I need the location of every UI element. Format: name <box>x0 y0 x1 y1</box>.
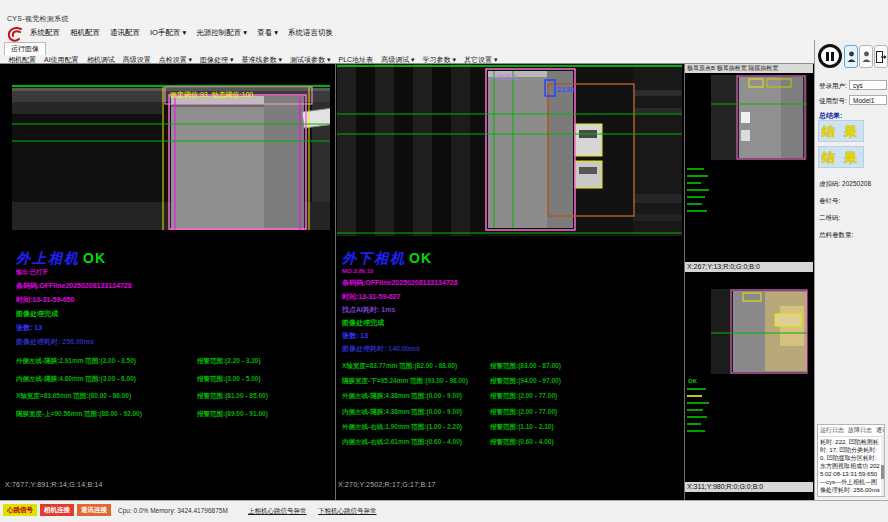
app-window: CYS-视觉检测系统 系统配置 相机配置 通讯配置 IO手配置 ▾ 光源控制配置… <box>0 0 888 522</box>
main-view-area: 固定阈值:93, 动态阈值:100 外上相机OK 输出:已打开 条码码:OFFl… <box>0 64 814 500</box>
measure-value-overlay: 23.80 <box>557 86 575 93</box>
user-icon <box>847 51 856 63</box>
left-timestamp: 时间:13-31-59-650 <box>16 295 346 305</box>
thumbnail-image <box>711 75 807 160</box>
right-top-header-tabs[interactable]: 极耳原点B 极耳抽检宽 隔膜抽检宽 <box>685 64 813 73</box>
measurement-row: 内侧左线-隔膜:4.60mm 范围:(3.00 - 6.00)报警范围:(3.0… <box>16 375 346 384</box>
log-tab-comm[interactable]: 通讯日志 <box>876 426 885 435</box>
result-badge-upper: 结 果 <box>818 120 864 142</box>
alarm-range: 报警范围:(0.60 - 4.00) <box>490 438 554 447</box>
user-switch-button[interactable] <box>859 45 873 68</box>
menu-language-switch[interactable]: 系统语言切换 <box>288 28 333 38</box>
alarm-range: 报警范围:(94.00 - 97.00) <box>490 377 561 386</box>
menu-io-config[interactable]: IO手配置 ▾ <box>150 28 186 38</box>
mid-timestamp: 时间:13-31-59-627 <box>342 292 672 302</box>
alarm-range: 报警范围:(83.00 - 87.00) <box>490 362 561 371</box>
control-sidebar: 登录用户: cys 使用型号: Model1 总结果: 结 果 结 果 虚拟码:… <box>814 40 888 500</box>
left-pixel-coords: X:7677;Y:891;R:14;G:14;B:14 <box>5 481 103 488</box>
qr-code-label: 二维码: <box>819 214 840 223</box>
upper-camera-warning: 上相机心跳信号异常 <box>248 507 307 516</box>
menu-camera-config[interactable]: 相机配置 <box>70 28 100 38</box>
heartbeat-status-badge: 心跳信号 <box>3 504 37 516</box>
login-user-label: 登录用户: <box>819 82 847 91</box>
alarm-range: 报警范围:(81.00 - 85.00) <box>197 392 268 401</box>
tab-run-image[interactable]: 运行图像 <box>4 42 46 55</box>
log-scrollbar[interactable] <box>881 435 884 497</box>
threshold-overlay-label: 固定阈值:93, 动态阈值:100 <box>170 91 253 99</box>
mid-pixel-coords: X:270;Y:2502;R:17;G:17;B:17 <box>338 481 436 488</box>
left-camera-result-ok: OK <box>83 250 106 266</box>
mid-barcode: 条码码:OFFline20250208133134728 <box>342 278 672 288</box>
left-output-state: 输出:已打开 <box>16 268 346 277</box>
measurement-row: 隔膜宽度-下=95.24mm 范围:(93.00 - 98.00)报警范围:(9… <box>342 377 672 386</box>
alarm-range: 报警范围:(2.00 - 77.00) <box>490 408 557 417</box>
measurement-row: X轴宽度=83.77mm 范围:(82.00 - 88.00)报警范围:(83.… <box>342 362 672 371</box>
menu-comm-config[interactable]: 通讯配置 <box>110 28 140 38</box>
app-logo-icon <box>6 26 24 43</box>
measurement-row: X轴宽度=83.05mm 范围:(80.00 - 86.00)报警范围:(81.… <box>16 392 346 401</box>
left-camera-image[interactable]: 固定阈值:93, 动态阈值:100 <box>12 84 330 230</box>
mid-ai-time: 找点AI耗时: 1ms <box>342 305 672 315</box>
exit-button[interactable] <box>874 45 888 68</box>
result-badge-lower: 结 果 <box>818 146 864 168</box>
menu-view[interactable]: 查看 ▾ <box>257 28 278 38</box>
measurement-row: 外侧左线-右线:1.90mm 范围:(1.00 - 2.20)报警范围:(1.1… <box>342 423 672 432</box>
status-bar: 心跳信号 相机连接 通讯连接 Cpu: 0.0% Memory: 3424.41… <box>0 500 888 522</box>
mid-frame-count: 张数: 13 <box>342 331 672 341</box>
product-region <box>171 96 304 230</box>
user-login-button[interactable] <box>844 45 858 68</box>
needle-number-label: 卷针号: <box>819 197 840 206</box>
lower-camera-warning: 下相机心跳信号异常 <box>318 507 377 516</box>
menu-light-config[interactable]: 光源控制配置 ▾ <box>196 28 247 38</box>
thumbnail-image <box>711 289 807 374</box>
mid-camera-title: 外下相机OK <box>342 250 672 268</box>
login-user-field[interactable]: cys <box>849 80 887 90</box>
left-camera-result-block: 外上相机OK 输出:已打开 条码码:OFFline202502081331347… <box>16 250 346 419</box>
left-barcode: 条码码:OFFline20250208133134728 <box>16 281 346 291</box>
alarm-range: 报警范围:(3.00 - 5.00) <box>197 375 261 384</box>
product-region <box>488 71 573 228</box>
menu-bar: 系统配置 相机配置 通讯配置 IO手配置 ▾ 光源控制配置 ▾ 查看 ▾ 系统语… <box>30 28 333 38</box>
model-field[interactable]: Model1 <box>849 95 887 105</box>
exit-door-icon <box>876 51 887 63</box>
window-title: CYS-视觉检测系统 <box>7 14 69 24</box>
pause-button[interactable] <box>818 44 842 68</box>
mid-process-time: 图像处理耗时: 140.00ms <box>342 344 672 354</box>
left-process-time: 图像处理耗时: 256.00ms <box>16 337 346 347</box>
measurement-row: 外侧左线-隔膜:2.91mm 范围:(2.00 - 3.50)报警范围:(2.2… <box>16 357 346 366</box>
window-chrome: CYS-视觉检测系统 系统配置 相机配置 通讯配置 IO手配置 ▾ 光源控制配置… <box>0 0 888 64</box>
measurement-row: 隔膜宽度-上=90.56mm 范围:(88.00 - 92.00)报警范围:(8… <box>16 410 346 419</box>
model-label: 使用型号: <box>819 97 847 106</box>
ai-detect-box-label: AI检测框 <box>492 73 518 81</box>
left-camera-title: 外上相机OK <box>16 250 346 268</box>
mid-output-state: MO:2,IN:10 <box>342 268 672 274</box>
log-tab-run[interactable]: 运行日志 <box>820 426 844 435</box>
measurement-row: 内侧左线-隔膜:4.38mm 范围:(0.00 - 9.00)报警范围:(2.0… <box>342 408 672 417</box>
camera-connect-status-badge: 相机连接 <box>40 504 74 516</box>
log-text: 耗时: 222, 凹陷检测耗时: 17, 凹陷分类耗时: 0, 凹陷提取分区耗时… <box>818 437 884 495</box>
comm-connect-status-badge: 通讯连接 <box>77 504 111 516</box>
alarm-range: 报警范围:(2.20 - 3.20) <box>197 357 261 366</box>
right-bottom-camera-image[interactable]: OK <box>685 276 813 481</box>
roll-count-label: 总料卷数量: <box>819 231 853 240</box>
right-top-camera-image[interactable] <box>685 74 813 260</box>
right-bottom-pixel-coords: X:311;Y:980;R:0;G:0;B:0 <box>685 482 813 492</box>
alarm-range: 报警范围:(1.10 - 2.10) <box>490 423 554 432</box>
left-frame-count: 张数: 13 <box>16 323 346 333</box>
menu-system-config[interactable]: 系统配置 <box>30 28 60 38</box>
virtual-code-label: 虚拟码: 20250208 <box>819 180 871 189</box>
right-top-pixel-coords: X:267;Y:13;R:0;G:0;B:0 <box>685 262 813 272</box>
cpu-memory-readout: Cpu: 0.0% Memory: 3424.41796875M <box>118 507 228 514</box>
measurement-row: 外侧左线-隔膜:4.38mm 范围:(0.00 - 9.00)报警范围:(2.0… <box>342 392 672 401</box>
log-tab-fault[interactable]: 故障日志 <box>848 426 872 435</box>
mid-camera-result-ok: OK <box>409 250 432 266</box>
mid-camera-result-block: 外下相机OK MO:2,IN:10 条码码:OFFline20250208133… <box>342 250 672 447</box>
log-tabs: 运行日志 故障日志 通讯日志 <box>818 425 884 437</box>
log-panel: 运行日志 故障日志 通讯日志 耗时: 222, 凹陷检测耗时: 17, 凹陷分类… <box>817 424 885 497</box>
user-icon <box>862 51 871 63</box>
alarm-range: 报警范围:(89.00 - 91.00) <box>197 410 268 419</box>
alarm-range: 报警范围:(2.00 - 77.00) <box>490 392 557 401</box>
measurement-row: 内侧左线-右线:2.61mm 范围:(0.60 - 4.00)报警范围:(0.6… <box>342 438 672 447</box>
mid-camera-image[interactable]: AI检测框 23.80 <box>337 64 682 236</box>
thumbnail-result-ok: OK <box>688 378 698 384</box>
